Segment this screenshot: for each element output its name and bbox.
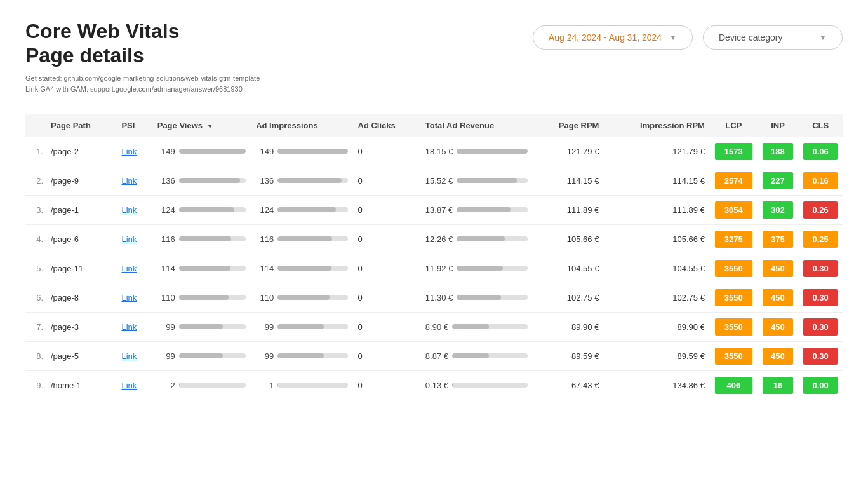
col-inp: INP	[758, 114, 799, 137]
row-ad-clicks: 0	[353, 312, 420, 341]
table-row: 8. /page-5 Link 99 99 0 8.87 € 89.59 € 8…	[25, 341, 843, 370]
row-lcp: 3550	[710, 341, 758, 370]
row-number: 8.	[25, 341, 46, 370]
row-ad-impressions: 116	[251, 224, 352, 254]
device-filter-arrow-icon: ▼	[819, 33, 827, 42]
row-impression-rpm: 89.59 €	[604, 341, 710, 370]
row-ad-clicks: 0	[353, 224, 420, 254]
row-impression-rpm: 111.89 €	[604, 195, 710, 224]
row-page-views: 99	[152, 312, 251, 341]
row-inp: 450	[758, 283, 799, 312]
row-number: 6.	[25, 283, 46, 312]
date-filter-dropdown[interactable]: Aug 24, 2024 - Aug 31, 2024 ▼	[533, 25, 693, 50]
row-cls: 0.00	[798, 370, 843, 400]
row-inp: 375	[758, 224, 799, 254]
row-page-rpm: 104.55 €	[533, 254, 604, 283]
row-ad-impressions: 110	[251, 283, 352, 312]
row-page-rpm: 89.90 €	[533, 312, 604, 341]
row-page-path: /page-9	[46, 166, 116, 195]
row-cls: 0.30	[798, 254, 843, 283]
row-number: 5.	[25, 254, 46, 283]
device-filter-dropdown[interactable]: Device category ▼	[703, 25, 843, 50]
table-row: 7. /page-3 Link 99 99 0 8.90 € 89.90 € 8…	[25, 312, 843, 341]
row-impression-rpm: 104.55 €	[604, 254, 710, 283]
row-psi[interactable]: Link	[116, 370, 152, 400]
row-inp: 450	[758, 341, 799, 370]
row-page-views: 149	[152, 137, 251, 166]
row-impression-rpm: 102.75 €	[604, 283, 710, 312]
row-page-rpm: 121.79 €	[533, 137, 604, 166]
row-cls: 0.16	[798, 166, 843, 195]
row-cls: 0.30	[798, 312, 843, 341]
filters: Aug 24, 2024 - Aug 31, 2024 ▼ Device cat…	[533, 25, 843, 50]
row-psi[interactable]: Link	[116, 254, 152, 283]
row-lcp: 406	[710, 370, 758, 400]
row-number: 1.	[25, 137, 46, 166]
col-cls: CLS	[798, 114, 843, 137]
row-inp: 188	[758, 137, 799, 166]
row-page-path: /page-5	[46, 341, 116, 370]
row-cls: 0.25	[798, 224, 843, 254]
row-page-rpm: 67.43 €	[533, 370, 604, 400]
row-ad-clicks: 0	[353, 137, 420, 166]
row-page-path: /page-1	[46, 195, 116, 224]
col-lcp: LCP	[710, 114, 758, 137]
row-lcp: 3275	[710, 224, 758, 254]
row-total-ad-revenue: 12.26 €	[420, 224, 533, 254]
row-page-rpm: 102.75 €	[533, 283, 604, 312]
row-cls: 0.26	[798, 195, 843, 224]
col-ad-impressions: Ad Impressions	[251, 114, 352, 137]
row-psi[interactable]: Link	[116, 137, 152, 166]
col-page-views[interactable]: Page Views ▼	[152, 114, 251, 137]
row-ad-clicks: 0	[353, 195, 420, 224]
row-inp: 450	[758, 312, 799, 341]
row-inp: 16	[758, 370, 799, 400]
row-lcp: 3054	[710, 195, 758, 224]
row-ad-clicks: 0	[353, 341, 420, 370]
col-total-ad-revenue: Total Ad Revenue	[420, 114, 533, 137]
row-lcp: 3550	[710, 254, 758, 283]
row-psi[interactable]: Link	[116, 224, 152, 254]
date-filter-label: Aug 24, 2024 - Aug 31, 2024	[549, 32, 662, 43]
row-psi[interactable]: Link	[116, 312, 152, 341]
row-page-rpm: 114.15 €	[533, 166, 604, 195]
row-psi[interactable]: Link	[116, 341, 152, 370]
row-psi[interactable]: Link	[116, 166, 152, 195]
row-number: 3.	[25, 195, 46, 224]
row-total-ad-revenue: 11.30 €	[420, 283, 533, 312]
row-lcp: 2574	[710, 166, 758, 195]
row-page-views: 114	[152, 254, 251, 283]
table-header: Page Path PSI Page Views ▼ Ad Impression…	[25, 114, 843, 137]
row-inp: 227	[758, 166, 799, 195]
row-psi[interactable]: Link	[116, 283, 152, 312]
row-page-views: 2	[152, 370, 251, 400]
row-impression-rpm: 134.86 €	[604, 370, 710, 400]
col-ad-clicks: Ad Clicks	[353, 114, 420, 137]
row-impression-rpm: 121.79 €	[604, 137, 710, 166]
device-filter-label: Device category	[719, 32, 782, 43]
row-psi[interactable]: Link	[116, 195, 152, 224]
row-total-ad-revenue: 18.15 €	[420, 137, 533, 166]
table-row: 4. /page-6 Link 116 116 0 12.26 € 105.66…	[25, 224, 843, 254]
row-page-path: /page-2	[46, 137, 116, 166]
data-table: Page Path PSI Page Views ▼ Ad Impression…	[25, 114, 843, 400]
date-filter-arrow-icon: ▼	[669, 33, 677, 42]
row-page-rpm: 111.89 €	[533, 195, 604, 224]
table-row: 2. /page-9 Link 136 136 0 15.52 € 114.15…	[25, 166, 843, 195]
row-page-views: 110	[152, 283, 251, 312]
row-ad-impressions: 124	[251, 195, 352, 224]
row-lcp: 1573	[710, 137, 758, 166]
row-page-path: /page-11	[46, 254, 116, 283]
row-page-path: /page-6	[46, 224, 116, 254]
title-block: Core Web Vitals Page details Get started…	[25, 19, 260, 95]
row-impression-rpm: 105.66 €	[604, 224, 710, 254]
row-total-ad-revenue: 8.90 €	[420, 312, 533, 341]
row-page-views: 116	[152, 224, 251, 254]
row-ad-impressions: 99	[251, 312, 352, 341]
row-ad-impressions: 136	[251, 166, 352, 195]
row-page-views: 99	[152, 341, 251, 370]
table-row: 9. /home-1 Link 2 1 0 0.13 € 67.43 € 134…	[25, 370, 843, 400]
row-ad-clicks: 0	[353, 283, 420, 312]
row-inp: 302	[758, 195, 799, 224]
row-page-views: 124	[152, 195, 251, 224]
